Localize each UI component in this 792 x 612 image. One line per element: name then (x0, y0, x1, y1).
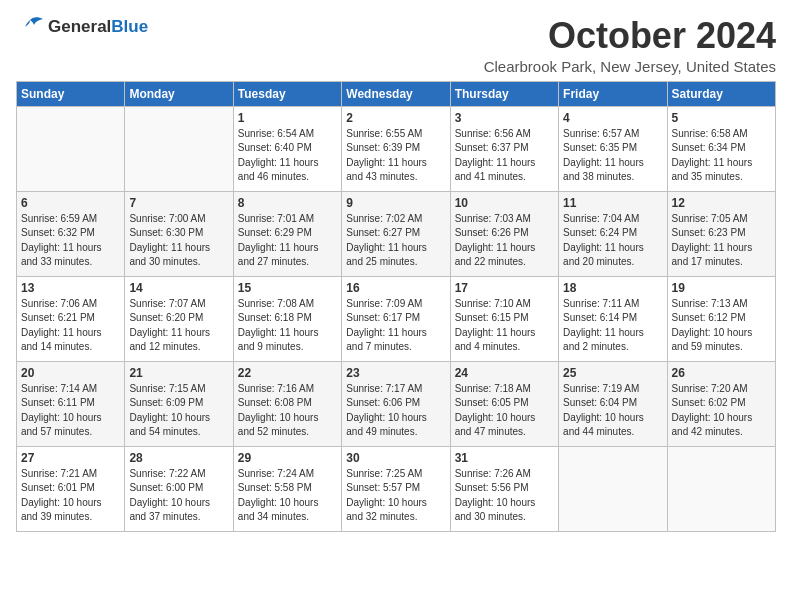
calendar-week-row: 27Sunrise: 7:21 AM Sunset: 6:01 PM Dayli… (17, 446, 776, 531)
day-number: 26 (672, 366, 771, 380)
day-info: Sunrise: 7:19 AM Sunset: 6:04 PM Dayligh… (563, 382, 662, 440)
day-info: Sunrise: 7:02 AM Sunset: 6:27 PM Dayligh… (346, 212, 445, 270)
calendar-header: SundayMondayTuesdayWednesdayThursdayFrid… (17, 81, 776, 106)
day-number: 9 (346, 196, 445, 210)
day-info: Sunrise: 7:20 AM Sunset: 6:02 PM Dayligh… (672, 382, 771, 440)
day-info: Sunrise: 6:57 AM Sunset: 6:35 PM Dayligh… (563, 127, 662, 185)
calendar-cell: 19Sunrise: 7:13 AM Sunset: 6:12 PM Dayli… (667, 276, 775, 361)
calendar-cell: 27Sunrise: 7:21 AM Sunset: 6:01 PM Dayli… (17, 446, 125, 531)
calendar-cell (667, 446, 775, 531)
calendar-cell: 20Sunrise: 7:14 AM Sunset: 6:11 PM Dayli… (17, 361, 125, 446)
calendar-cell: 14Sunrise: 7:07 AM Sunset: 6:20 PM Dayli… (125, 276, 233, 361)
day-info: Sunrise: 7:25 AM Sunset: 5:57 PM Dayligh… (346, 467, 445, 525)
day-info: Sunrise: 7:13 AM Sunset: 6:12 PM Dayligh… (672, 297, 771, 355)
day-info: Sunrise: 7:17 AM Sunset: 6:06 PM Dayligh… (346, 382, 445, 440)
logo-blue: Blue (111, 17, 148, 36)
weekday-header: Monday (125, 81, 233, 106)
day-number: 3 (455, 111, 554, 125)
calendar-cell: 12Sunrise: 7:05 AM Sunset: 6:23 PM Dayli… (667, 191, 775, 276)
day-number: 4 (563, 111, 662, 125)
day-number: 21 (129, 366, 228, 380)
weekday-row: SundayMondayTuesdayWednesdayThursdayFrid… (17, 81, 776, 106)
weekday-header: Friday (559, 81, 667, 106)
logo-icon (16, 16, 44, 38)
calendar-cell: 2Sunrise: 6:55 AM Sunset: 6:39 PM Daylig… (342, 106, 450, 191)
calendar-week-row: 20Sunrise: 7:14 AM Sunset: 6:11 PM Dayli… (17, 361, 776, 446)
day-number: 12 (672, 196, 771, 210)
day-info: Sunrise: 7:15 AM Sunset: 6:09 PM Dayligh… (129, 382, 228, 440)
day-number: 15 (238, 281, 337, 295)
calendar-body: 1Sunrise: 6:54 AM Sunset: 6:40 PM Daylig… (17, 106, 776, 531)
calendar-cell: 26Sunrise: 7:20 AM Sunset: 6:02 PM Dayli… (667, 361, 775, 446)
day-number: 31 (455, 451, 554, 465)
day-number: 27 (21, 451, 120, 465)
day-info: Sunrise: 7:26 AM Sunset: 5:56 PM Dayligh… (455, 467, 554, 525)
day-info: Sunrise: 7:03 AM Sunset: 6:26 PM Dayligh… (455, 212, 554, 270)
weekday-header: Sunday (17, 81, 125, 106)
day-number: 8 (238, 196, 337, 210)
header: GeneralBlue October 2024 Clearbrook Park… (16, 16, 776, 75)
day-number: 28 (129, 451, 228, 465)
calendar-cell: 23Sunrise: 7:17 AM Sunset: 6:06 PM Dayli… (342, 361, 450, 446)
day-info: Sunrise: 7:21 AM Sunset: 6:01 PM Dayligh… (21, 467, 120, 525)
calendar-cell: 30Sunrise: 7:25 AM Sunset: 5:57 PM Dayli… (342, 446, 450, 531)
calendar-cell: 3Sunrise: 6:56 AM Sunset: 6:37 PM Daylig… (450, 106, 558, 191)
calendar-cell: 28Sunrise: 7:22 AM Sunset: 6:00 PM Dayli… (125, 446, 233, 531)
day-info: Sunrise: 7:14 AM Sunset: 6:11 PM Dayligh… (21, 382, 120, 440)
calendar-week-row: 13Sunrise: 7:06 AM Sunset: 6:21 PM Dayli… (17, 276, 776, 361)
calendar-cell: 13Sunrise: 7:06 AM Sunset: 6:21 PM Dayli… (17, 276, 125, 361)
day-info: Sunrise: 6:54 AM Sunset: 6:40 PM Dayligh… (238, 127, 337, 185)
location-title: Clearbrook Park, New Jersey, United Stat… (484, 58, 776, 75)
day-number: 10 (455, 196, 554, 210)
day-number: 20 (21, 366, 120, 380)
day-info: Sunrise: 6:56 AM Sunset: 6:37 PM Dayligh… (455, 127, 554, 185)
day-info: Sunrise: 6:55 AM Sunset: 6:39 PM Dayligh… (346, 127, 445, 185)
day-number: 2 (346, 111, 445, 125)
calendar-cell (125, 106, 233, 191)
weekday-header: Saturday (667, 81, 775, 106)
calendar-cell: 10Sunrise: 7:03 AM Sunset: 6:26 PM Dayli… (450, 191, 558, 276)
calendar-cell: 29Sunrise: 7:24 AM Sunset: 5:58 PM Dayli… (233, 446, 341, 531)
calendar-cell: 15Sunrise: 7:08 AM Sunset: 6:18 PM Dayli… (233, 276, 341, 361)
calendar-cell: 18Sunrise: 7:11 AM Sunset: 6:14 PM Dayli… (559, 276, 667, 361)
day-info: Sunrise: 6:58 AM Sunset: 6:34 PM Dayligh… (672, 127, 771, 185)
day-number: 19 (672, 281, 771, 295)
calendar-cell: 5Sunrise: 6:58 AM Sunset: 6:34 PM Daylig… (667, 106, 775, 191)
day-info: Sunrise: 7:07 AM Sunset: 6:20 PM Dayligh… (129, 297, 228, 355)
calendar-cell: 25Sunrise: 7:19 AM Sunset: 6:04 PM Dayli… (559, 361, 667, 446)
calendar-table: SundayMondayTuesdayWednesdayThursdayFrid… (16, 81, 776, 532)
title-area: October 2024 Clearbrook Park, New Jersey… (484, 16, 776, 75)
day-number: 29 (238, 451, 337, 465)
calendar-cell: 31Sunrise: 7:26 AM Sunset: 5:56 PM Dayli… (450, 446, 558, 531)
weekday-header: Thursday (450, 81, 558, 106)
logo-general: General (48, 17, 111, 36)
day-number: 5 (672, 111, 771, 125)
day-number: 1 (238, 111, 337, 125)
calendar-cell: 4Sunrise: 6:57 AM Sunset: 6:35 PM Daylig… (559, 106, 667, 191)
weekday-header: Wednesday (342, 81, 450, 106)
day-info: Sunrise: 7:04 AM Sunset: 6:24 PM Dayligh… (563, 212, 662, 270)
calendar-cell: 8Sunrise: 7:01 AM Sunset: 6:29 PM Daylig… (233, 191, 341, 276)
day-number: 17 (455, 281, 554, 295)
day-info: Sunrise: 7:22 AM Sunset: 6:00 PM Dayligh… (129, 467, 228, 525)
day-number: 6 (21, 196, 120, 210)
day-info: Sunrise: 7:11 AM Sunset: 6:14 PM Dayligh… (563, 297, 662, 355)
month-title: October 2024 (484, 16, 776, 56)
day-number: 13 (21, 281, 120, 295)
logo: GeneralBlue (16, 16, 148, 38)
calendar-cell: 6Sunrise: 6:59 AM Sunset: 6:32 PM Daylig… (17, 191, 125, 276)
day-info: Sunrise: 7:05 AM Sunset: 6:23 PM Dayligh… (672, 212, 771, 270)
calendar-cell: 7Sunrise: 7:00 AM Sunset: 6:30 PM Daylig… (125, 191, 233, 276)
day-info: Sunrise: 7:01 AM Sunset: 6:29 PM Dayligh… (238, 212, 337, 270)
day-info: Sunrise: 7:06 AM Sunset: 6:21 PM Dayligh… (21, 297, 120, 355)
calendar-cell: 1Sunrise: 6:54 AM Sunset: 6:40 PM Daylig… (233, 106, 341, 191)
day-info: Sunrise: 7:16 AM Sunset: 6:08 PM Dayligh… (238, 382, 337, 440)
day-info: Sunrise: 7:00 AM Sunset: 6:30 PM Dayligh… (129, 212, 228, 270)
calendar-cell: 24Sunrise: 7:18 AM Sunset: 6:05 PM Dayli… (450, 361, 558, 446)
calendar-cell (559, 446, 667, 531)
day-number: 7 (129, 196, 228, 210)
logo-text: GeneralBlue (48, 17, 148, 37)
day-number: 25 (563, 366, 662, 380)
calendar-cell: 11Sunrise: 7:04 AM Sunset: 6:24 PM Dayli… (559, 191, 667, 276)
day-number: 30 (346, 451, 445, 465)
